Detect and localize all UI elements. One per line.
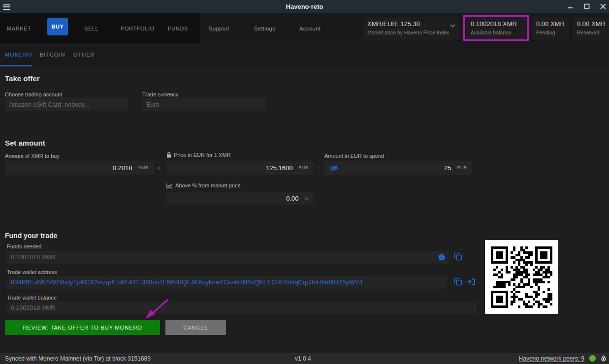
copy-funds-icon[interactable] xyxy=(454,252,463,261)
peer-status-dot xyxy=(589,355,596,362)
total-label: Amount in EUR to spend xyxy=(324,153,384,159)
wallet-address-field[interactable]: 834P6FuB67V92ithdyTpPCX2mzqdEuPFATEJRBcn… xyxy=(7,276,447,289)
nav-tab-settings[interactable]: Settings xyxy=(254,26,275,31)
reserved-balance-value: 0.00 XMR xyxy=(577,20,605,28)
nav-tab-buy[interactable]: BUY xyxy=(47,18,68,35)
subtab-monero[interactable]: MONERO xyxy=(5,52,32,58)
review-take-offer-button[interactable]: REVIEW: TAKE OFFER TO BUY MONERO xyxy=(5,320,160,335)
fund-trade-heading: Fund your trade xyxy=(5,232,58,240)
maximize-button[interactable] xyxy=(581,1,592,11)
deviation-suffix: % xyxy=(304,192,309,205)
active-tab-underline xyxy=(0,65,32,66)
status-bar: Synced with Monero Mainnet (via Tor) at … xyxy=(0,353,609,364)
wallet-address-label: Trade wallet address xyxy=(7,269,57,275)
nav-tab-support[interactable]: Support xyxy=(209,26,229,31)
qr-code-canvas xyxy=(491,246,552,308)
available-balance-value: 0.1002018 XMR xyxy=(471,20,521,28)
nav-tab-sell[interactable]: SELL xyxy=(84,26,98,31)
amount-input[interactable]: 0.2018 XMR xyxy=(5,161,154,175)
available-balance-label: Available balance xyxy=(471,30,521,35)
subtab-bitcoin[interactable]: BITCOIN xyxy=(40,52,65,58)
sync-status: Synced with Monero Mainnet (via Tor) at … xyxy=(5,355,151,362)
amount-label: Amount of XMR to buy xyxy=(5,153,60,159)
app-version: v1.0.4 xyxy=(295,355,311,362)
multiply-operator: × xyxy=(157,164,161,172)
price-value: 125.1600 xyxy=(266,161,292,175)
funds-needed-value: 0.1002018 XMR xyxy=(11,254,55,261)
deviation-label-row: Above % from market price xyxy=(166,182,241,188)
window-title: Haveno-reto xyxy=(0,3,609,10)
set-amount-heading: Set amount xyxy=(5,139,45,147)
wallet-balance-label: Trade wallet balance xyxy=(7,295,57,301)
market-price-selector[interactable]: XMR/EUR: 125.30 Market price by Haveno P… xyxy=(363,17,459,40)
title-bar: Haveno-reto xyxy=(0,0,609,13)
price-input: 125.1600 EUR xyxy=(166,161,314,175)
eye-slash-icon[interactable] xyxy=(329,165,339,172)
deviation-input[interactable]: 0.00 % xyxy=(166,192,314,205)
open-in-wallet-icon[interactable] xyxy=(467,278,476,286)
funds-needed-label: Funds needed xyxy=(7,243,41,249)
currency-subtabs: MONERO BITCOIN OTHER xyxy=(0,43,609,66)
total-value: 25 xyxy=(444,161,451,175)
nav-tab-portfolio[interactable]: PORTFOLIO xyxy=(121,26,155,31)
total-suffix: EUR xyxy=(457,161,467,175)
close-button[interactable] xyxy=(598,1,609,11)
chart-icon xyxy=(166,183,173,188)
trade-currency-label: Trade currency xyxy=(142,91,179,97)
funds-needed-field: 0.1002018 XMR xyxy=(7,251,449,264)
main-navbar: MARKET BUY SELL PORTFOLIO FUNDS Support … xyxy=(0,13,609,43)
deviation-label: Above % from market price xyxy=(175,182,241,188)
app-window: Haveno-reto MARKET BUY SELL PORTFOLIO FU… xyxy=(0,0,609,364)
chevron-down-icon xyxy=(450,24,455,28)
nav-tab-account[interactable]: Account xyxy=(299,26,321,31)
take-offer-heading: Take offer xyxy=(5,74,40,83)
reserved-balance-label: Reserved xyxy=(577,30,605,35)
reserved-balance-stat: 0.00 XMR Reserved xyxy=(573,17,609,40)
subtab-other[interactable]: OTHER xyxy=(73,52,95,58)
nav-tab-market[interactable]: MARKET xyxy=(7,26,31,31)
nav-tab-buy-label: BUY xyxy=(51,24,64,30)
amount-value: 0.2018 xyxy=(113,161,132,175)
price-suffix: EUR xyxy=(298,161,309,175)
wallet-balance-field: 0.1002018 XMR xyxy=(7,302,477,314)
deviation-value: 0.00 xyxy=(286,192,298,205)
pending-balance-label: Pending xyxy=(536,30,564,35)
lock-icon xyxy=(166,152,171,158)
amount-suffix: XMR xyxy=(138,161,149,175)
cancel-button[interactable]: CANCEL xyxy=(165,320,226,335)
trading-account-select[interactable]: Amazon eGift Card: nobody... xyxy=(5,98,128,111)
market-price-subtitle: Market price by Haveno Price Index xyxy=(367,30,455,35)
tor-onion-icon xyxy=(600,355,607,363)
minimize-button[interactable] xyxy=(565,1,576,11)
pending-balance-value: 0.00 XMR xyxy=(536,20,564,28)
market-price-value: XMR/EUR: 125.30 xyxy=(367,20,455,28)
copy-address-icon[interactable] xyxy=(454,277,463,286)
price-label: Price in EUR for 1 XMR xyxy=(174,152,231,158)
pending-balance-stat: 0.00 XMR Pending xyxy=(532,17,569,40)
trade-currency-select[interactable]: Euro xyxy=(142,98,266,111)
total-input[interactable]: 25 EUR xyxy=(324,161,472,175)
price-label-row: Price in EUR for 1 XMR xyxy=(166,152,231,158)
equals-operator: = xyxy=(317,164,321,172)
wallet-qr-code xyxy=(485,240,558,314)
info-icon[interactable] xyxy=(438,254,445,261)
trading-account-label: Choose trading account xyxy=(5,91,62,97)
available-balance-stat: 0.1002018 XMR Available balance xyxy=(466,17,526,40)
network-peers-link[interactable]: Haveno network peers: 9 xyxy=(519,355,584,362)
nav-tab-funds[interactable]: FUNDS xyxy=(168,26,188,31)
